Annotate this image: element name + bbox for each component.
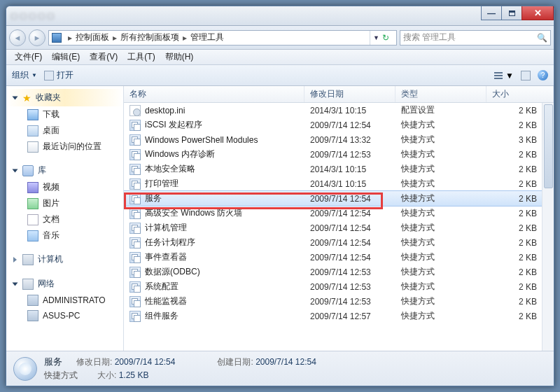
file-type: 快捷方式 [396,281,486,293]
menu-edit[interactable]: 编辑(E) [48,50,84,64]
expand-icon [13,169,18,172]
file-name: iSCSI 发起程序 [145,119,202,131]
sidebar-favorites-header[interactable]: ★ 收藏夹 [6,89,123,106]
column-name[interactable]: 名称 [124,86,304,102]
file-name: 服务 [145,192,162,204]
table-row[interactable]: 高级安全 Windows 防火墙2009/7/14 12:54快捷方式2 KB [124,206,554,220]
sidebar-libraries-header[interactable]: 库 [6,162,123,179]
menu-help[interactable]: 帮助(H) [161,50,198,64]
scrollbar-thumb[interactable] [544,104,553,188]
table-row[interactable]: 性能监视器2009/7/14 12:53快捷方式2 KB [124,294,554,309]
breadcrumb-item[interactable]: 管理工具 [190,31,224,43]
table-row[interactable]: 本地安全策略2014/3/1 10:15快捷方式2 KB [124,162,554,176]
table-row[interactable]: desktop.ini2014/3/1 10:15配置设置2 KB [124,103,554,118]
vid-icon [27,182,38,193]
status-size-label: 大小: [97,370,116,380]
file-date: 2009/7/14 12:54 [304,238,396,248]
file-name: 打印管理 [145,178,178,190]
help-icon[interactable]: ? [538,70,548,80]
sidebar-item[interactable]: 最近访问的位置 [6,139,123,155]
status-mod-value: 2009/7/14 12:54 [115,357,176,367]
sidebar-item[interactable]: 下载 [6,106,123,122]
sidebar-network-header[interactable]: 网络 [6,275,123,293]
sidebar-item[interactable]: ASUS-PC [6,308,123,323]
menu-tools[interactable]: 工具(T) [123,50,159,64]
column-date[interactable]: 修改日期 [304,86,396,102]
sidebar-item-label: 桌面 [43,125,59,136]
search-input[interactable]: 搜索 管理工具 🔍 [400,30,551,46]
back-button[interactable]: ◄ [9,29,26,46]
file-type: 快捷方式 [396,163,486,175]
sidebar-group-label: 库 [38,164,46,176]
chevron-right-icon: ▸ [183,33,187,43]
maximize-button[interactable] [501,6,522,20]
mon-icon [27,295,38,306]
table-row[interactable]: 服务2009/7/14 12:54快捷方式2 KB [124,191,554,206]
sidebar-item[interactable]: 文档 [6,211,123,227]
file-type: 快捷方式 [396,310,486,322]
table-row[interactable]: 计算机管理2009/7/14 12:54快捷方式2 KB [124,220,554,235]
file-type: 快捷方式 [396,207,486,219]
preview-pane-button[interactable] [521,71,531,80]
open-label: 打开 [57,69,74,81]
column-size[interactable]: 大小 [486,86,554,102]
file-date: 2009/7/14 12:54 [304,223,396,233]
maximize-icon [509,10,515,16]
table-row[interactable]: 数据源(ODBC)2009/7/14 12:53快捷方式2 KB [124,265,554,279]
file-icon [130,296,141,307]
file-name: desktop.ini [145,106,185,115]
sidebar-item[interactable]: 音乐 [6,227,123,244]
file-type: 快捷方式 [396,295,486,307]
star-icon: ★ [22,92,31,104]
forward-button[interactable]: ► [29,29,46,46]
minimize-button[interactable] [481,6,502,20]
sidebar: ★ 收藏夹 下载桌面最近访问的位置 库 视频图片文档音乐 计算机 网络 [6,86,124,351]
sidebar-item[interactable]: ADMINISTRATO [6,293,123,308]
breadcrumb[interactable]: ▸ 控制面板 ▸ 所有控制面板项 ▸ 管理工具 ▼ ↻ [48,30,397,46]
menu-view[interactable]: 查看(V) [85,50,122,64]
sidebar-item-label: 下载 [43,108,59,120]
main: ★ 收藏夹 下载桌面最近访问的位置 库 视频图片文档音乐 计算机 网络 [6,86,554,351]
breadcrumb-dropdown[interactable]: ▼ ↻ [370,31,393,45]
desk-icon [27,125,38,136]
file-type: 快捷方式 [396,148,486,160]
breadcrumb-item[interactable]: 所有控制面板项 [120,31,179,43]
list-icon [494,72,503,79]
sidebar-item-label: ADMINISTRATO [43,295,106,305]
chevron-right-icon: ▸ [113,33,117,43]
table-row[interactable]: 打印管理2014/3/1 10:15快捷方式2 KB [124,176,554,191]
organize-button[interactable]: 组织 ▼ [12,69,37,81]
open-button[interactable]: 打开 [44,69,74,81]
column-headers: 名称 修改日期 类型 大小 [124,86,554,103]
table-row[interactable]: iSCSI 发起程序2009/7/14 12:54快捷方式2 KB [124,118,554,132]
sidebar-item[interactable]: 桌面 [6,122,123,139]
breadcrumb-item[interactable]: 控制面板 [76,31,109,43]
menu-file[interactable]: 文件(F) [10,50,46,64]
scrollbar[interactable] [542,103,554,351]
file-type: 快捷方式 [396,119,486,131]
file-type: 快捷方式 [396,237,486,248]
titlebar[interactable]: ▢ ▢ ▢ ▢ ▢ [6,6,554,26]
network-icon [22,279,34,290]
file-name: Windows 内存诊断 [145,148,215,160]
view-options-button[interactable]: ▼ [494,71,514,80]
sidebar-computer-header[interactable]: 计算机 [6,251,123,268]
sidebar-item[interactable]: 图片 [6,195,123,211]
statusbar: 服务 修改日期: 2009/7/14 12:54 创建日期: 2009/7/14… [6,351,554,386]
doc-icon [27,214,38,225]
table-row[interactable]: 任务计划程序2009/7/14 12:54快捷方式2 KB [124,235,554,250]
table-row[interactable]: 组件服务2009/7/14 12:57快捷方式2 KB [124,309,554,323]
table-row[interactable]: Windows 内存诊断2009/7/14 12:53快捷方式2 KB [124,147,554,162]
file-icon [130,105,141,116]
column-type[interactable]: 类型 [396,86,486,102]
table-row[interactable]: 事件查看器2009/7/14 12:54快捷方式2 KB [124,250,554,265]
close-button[interactable] [522,6,554,20]
refresh-icon[interactable]: ↻ [381,33,391,43]
sidebar-item-label: 视频 [43,181,59,193]
table-row[interactable]: Windows PowerShell Modules2009/7/14 13:3… [124,132,554,147]
file-date: 2009/7/14 12:53 [304,150,396,160]
table-row[interactable]: 系统配置2009/7/14 12:53快捷方式2 KB [124,279,554,294]
sidebar-item-label: ASUS-PC [43,311,80,321]
file-name: 本地安全策略 [145,163,195,175]
sidebar-item[interactable]: 视频 [6,179,123,195]
